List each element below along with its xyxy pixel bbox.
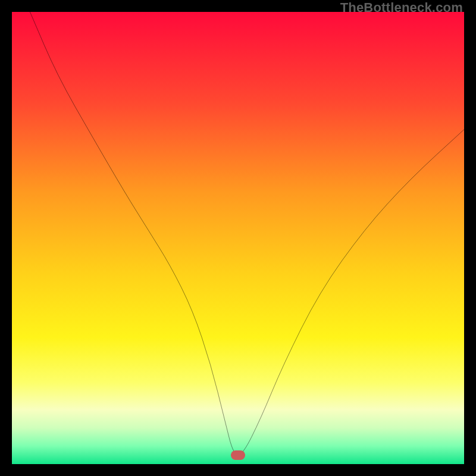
- plot-area: [12, 12, 464, 464]
- watermark-label: TheBottleneck.com: [340, 0, 463, 15]
- bottleneck-curve: [12, 12, 464, 464]
- optimal-point-marker: [231, 450, 245, 460]
- chart-frame: TheBottleneck.com: [0, 0, 476, 476]
